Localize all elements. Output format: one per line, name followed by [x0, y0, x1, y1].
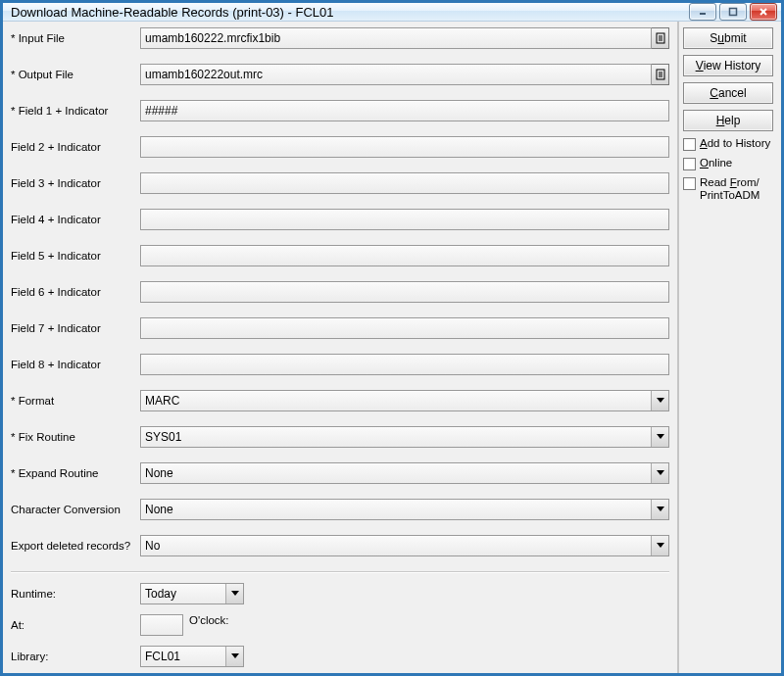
- maximize-icon: [728, 7, 738, 17]
- chevron-down-icon: [225, 584, 243, 604]
- output-file-browse-button[interactable]: [652, 64, 669, 85]
- chevron-down-icon: [651, 427, 668, 447]
- client-area: * Input File * Output File * Field: [3, 22, 781, 676]
- svg-marker-16: [657, 543, 664, 548]
- label-library: Library:: [11, 651, 140, 663]
- svg-marker-15: [657, 507, 664, 511]
- svg-rect-1: [730, 9, 737, 16]
- online-label: Online: [700, 157, 732, 169]
- output-file-field[interactable]: [140, 64, 652, 85]
- window-title: Download Machine-Readable Records (print…: [11, 5, 689, 20]
- at-input[interactable]: [140, 614, 183, 636]
- chevron-down-icon: [225, 647, 243, 666]
- label-field5: Field 5 + Indicator: [11, 250, 140, 263]
- field3-input[interactable]: [140, 172, 669, 194]
- field2-input[interactable]: [140, 136, 669, 158]
- online-checkbox[interactable]: [683, 158, 696, 170]
- submit-button[interactable]: Submit: [683, 27, 773, 49]
- format-value: MARC: [145, 394, 179, 408]
- field1-input[interactable]: [140, 100, 669, 121]
- runtime-select[interactable]: Today: [140, 583, 244, 604]
- label-input-file: * Input File: [11, 32, 140, 45]
- library-select[interactable]: FCL01: [140, 646, 244, 667]
- svg-marker-18: [231, 653, 239, 658]
- add-to-history-label: Add to History: [700, 137, 770, 150]
- input-file-browse-button[interactable]: [652, 27, 669, 49]
- list-icon: [656, 69, 665, 80]
- titlebar: Download Machine-Readable Records (print…: [3, 3, 781, 22]
- export-deleted-select[interactable]: No: [140, 535, 669, 556]
- label-field2: Field 2 + Indicator: [11, 141, 140, 154]
- fix-routine-select[interactable]: SYS01: [140, 426, 669, 448]
- view-history-button[interactable]: View History: [683, 55, 773, 76]
- help-button[interactable]: Help: [683, 110, 773, 131]
- label-field7: Field 7 + Indicator: [11, 322, 140, 335]
- label-export-deleted: Export deleted records?: [11, 540, 140, 553]
- svg-marker-17: [231, 591, 239, 596]
- read-from-checkbox[interactable]: [683, 177, 696, 190]
- format-select[interactable]: MARC: [140, 390, 669, 411]
- add-to-history-checkbox[interactable]: [683, 138, 696, 151]
- chevron-down-icon: [651, 391, 668, 410]
- runtime-value: Today: [145, 587, 176, 601]
- read-from-checkbox-row: Read From/ PrintToADM: [683, 176, 773, 202]
- input-file-field[interactable]: [140, 27, 652, 49]
- label-fix-routine: * Fix Routine: [11, 431, 140, 444]
- label-field3: Field 3 + Indicator: [11, 177, 140, 190]
- char-conversion-value: None: [145, 503, 173, 516]
- field5-input[interactable]: [140, 245, 669, 266]
- chevron-down-icon: [651, 463, 668, 483]
- label-field8: Field 8 + Indicator: [11, 359, 140, 371]
- export-deleted-value: No: [145, 539, 160, 553]
- chevron-down-icon: [651, 500, 668, 519]
- label-runtime: Runtime:: [11, 588, 140, 601]
- close-button[interactable]: [750, 3, 777, 21]
- library-value: FCL01: [145, 650, 180, 663]
- label-field6: Field 6 + Indicator: [11, 286, 140, 299]
- expand-routine-select[interactable]: None: [140, 462, 669, 484]
- form-area: * Input File * Output File * Field: [3, 22, 677, 676]
- maximize-button[interactable]: [719, 3, 747, 21]
- label-at: At:: [11, 619, 140, 632]
- cancel-button[interactable]: Cancel: [683, 82, 773, 104]
- field4-input[interactable]: [140, 209, 669, 230]
- svg-marker-13: [657, 434, 664, 439]
- window-buttons: [689, 3, 777, 21]
- fix-routine-value: SYS01: [145, 430, 181, 444]
- online-checkbox-row: Online: [683, 157, 773, 170]
- read-from-label: Read From/ PrintToADM: [700, 176, 773, 202]
- label-char-conversion: Character Conversion: [11, 504, 140, 516]
- label-format: * Format: [11, 395, 140, 408]
- add-to-history-checkbox-row: Add to History: [683, 137, 773, 151]
- svg-marker-12: [657, 398, 664, 403]
- minimize-icon: [698, 7, 708, 17]
- label-output-file: * Output File: [11, 69, 140, 81]
- label-field4: Field 4 + Indicator: [11, 214, 140, 226]
- dialog-window: Download Machine-Readable Records (print…: [0, 0, 784, 676]
- field8-input[interactable]: [140, 354, 669, 375]
- char-conversion-select[interactable]: None: [140, 499, 669, 520]
- label-field1: * Field 1 + Indicator: [11, 105, 140, 118]
- minimize-button[interactable]: [689, 3, 716, 21]
- chevron-down-icon: [651, 536, 668, 555]
- side-panel: Submit View History Cancel Help Add to H…: [677, 22, 781, 676]
- close-icon: [759, 7, 768, 17]
- label-expand-routine: * Expand Routine: [11, 467, 140, 480]
- field7-input[interactable]: [140, 317, 669, 339]
- field6-input[interactable]: [140, 281, 669, 303]
- divider: [11, 571, 669, 573]
- expand-routine-value: None: [145, 466, 173, 480]
- label-oclock: O'clock:: [189, 614, 229, 636]
- svg-marker-14: [657, 470, 664, 475]
- list-icon: [656, 32, 665, 44]
